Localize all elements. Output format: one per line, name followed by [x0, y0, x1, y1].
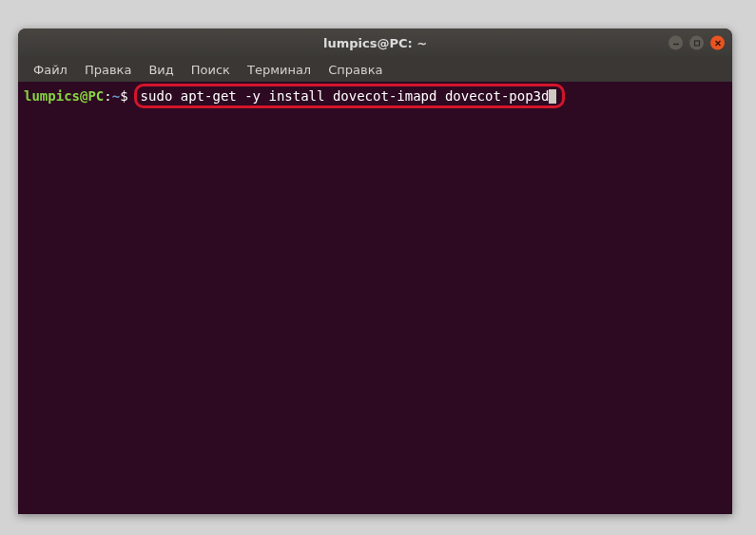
prompt-dollar: $ [120, 87, 127, 105]
menu-file[interactable]: Файл [26, 60, 75, 80]
menubar: Файл Правка Вид Поиск Терминал Справка [18, 57, 732, 82]
minimize-icon [672, 39, 680, 47]
window-controls [669, 36, 725, 50]
command-highlight-annotation: sudo apt-get -y install dovecot-imapd do… [134, 84, 566, 108]
terminal-window: lumpics@PC: ~ Файл Правка Вид Поиск Терм… [18, 29, 732, 514]
menu-search[interactable]: Поиск [184, 60, 238, 80]
close-button[interactable] [710, 36, 725, 50]
maximize-icon [693, 39, 701, 47]
terminal-line: lumpics@PC:~$ sudo apt-get -y install do… [24, 84, 727, 108]
window-title: lumpics@PC: ~ [323, 36, 427, 50]
menu-view[interactable]: Вид [141, 60, 181, 80]
svg-rect-1 [694, 41, 699, 46]
prompt-colon: : [104, 87, 111, 105]
minimize-button[interactable] [669, 36, 683, 50]
terminal-body[interactable]: lumpics@PC:~$ sudo apt-get -y install do… [18, 82, 732, 514]
prompt-user: lumpics@PC [24, 87, 104, 105]
terminal-cursor [549, 89, 556, 104]
command-text: sudo apt-get -y install dovecot-imapd do… [141, 87, 550, 105]
close-icon [714, 39, 722, 47]
menu-edit[interactable]: Правка [77, 60, 139, 80]
window-titlebar[interactable]: lumpics@PC: ~ [18, 29, 732, 57]
menu-terminal[interactable]: Терминал [240, 60, 319, 80]
menu-help[interactable]: Справка [320, 60, 390, 80]
maximize-button[interactable] [689, 36, 704, 50]
prompt-path: ~ [112, 87, 120, 105]
